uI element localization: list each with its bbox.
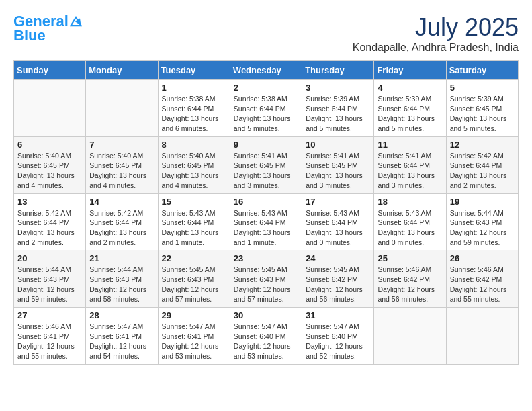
calendar-week-2: 6Sunrise: 5:40 AM Sunset: 6:45 PM Daylig…: [14, 136, 519, 193]
calendar-cell: 6Sunrise: 5:40 AM Sunset: 6:45 PM Daylig…: [14, 136, 86, 193]
calendar-cell: 8Sunrise: 5:40 AM Sunset: 6:45 PM Daylig…: [158, 136, 230, 193]
day-info: Sunrise: 5:46 AM Sunset: 6:41 PM Dayligh…: [17, 322, 82, 361]
day-number: 17: [306, 197, 370, 207]
day-info: Sunrise: 5:38 AM Sunset: 6:44 PM Dayligh…: [234, 94, 298, 134]
day-number: 26: [450, 253, 515, 263]
calendar-week-1: 1Sunrise: 5:38 AM Sunset: 6:44 PM Daylig…: [14, 80, 519, 137]
calendar-cell: [374, 308, 446, 365]
calendar-cell: 31Sunrise: 5:47 AM Sunset: 6:40 PM Dayli…: [302, 308, 374, 365]
day-info: Sunrise: 5:46 AM Sunset: 6:42 PM Dayligh…: [378, 265, 442, 304]
day-number: 8: [162, 140, 226, 150]
weekday-header-saturday: Saturday: [446, 61, 518, 80]
day-info: Sunrise: 5:41 AM Sunset: 6:44 PM Dayligh…: [378, 151, 442, 191]
day-info: Sunrise: 5:47 AM Sunset: 6:41 PM Dayligh…: [162, 322, 226, 361]
day-number: 7: [89, 140, 154, 150]
calendar-cell: 15Sunrise: 5:43 AM Sunset: 6:44 PM Dayli…: [158, 193, 230, 250]
day-number: 24: [306, 253, 370, 263]
day-info: Sunrise: 5:41 AM Sunset: 6:45 PM Dayligh…: [306, 151, 370, 191]
day-info: Sunrise: 5:45 AM Sunset: 6:42 PM Dayligh…: [306, 265, 370, 304]
weekday-header-friday: Friday: [374, 61, 446, 80]
day-number: 11: [378, 140, 442, 150]
day-number: 9: [234, 140, 298, 150]
weekday-header-tuesday: Tuesday: [158, 61, 230, 80]
day-number: 19: [450, 197, 515, 207]
day-info: Sunrise: 5:40 AM Sunset: 6:45 PM Dayligh…: [17, 151, 82, 191]
day-number: 23: [234, 253, 298, 263]
calendar-cell: [14, 80, 86, 137]
month-title: July 2025: [353, 13, 519, 42]
calendar-cell: 16Sunrise: 5:43 AM Sunset: 6:44 PM Dayli…: [230, 193, 302, 250]
calendar-cell: 12Sunrise: 5:42 AM Sunset: 6:44 PM Dayli…: [446, 136, 518, 193]
day-number: 27: [17, 310, 82, 320]
day-info: Sunrise: 5:47 AM Sunset: 6:40 PM Dayligh…: [234, 322, 298, 361]
weekday-header-thursday: Thursday: [302, 61, 374, 80]
day-number: 1: [162, 83, 226, 93]
day-info: Sunrise: 5:44 AM Sunset: 6:43 PM Dayligh…: [17, 265, 82, 304]
day-info: Sunrise: 5:43 AM Sunset: 6:44 PM Dayligh…: [378, 208, 442, 248]
day-info: Sunrise: 5:43 AM Sunset: 6:44 PM Dayligh…: [234, 208, 298, 248]
day-info: Sunrise: 5:47 AM Sunset: 6:41 PM Dayligh…: [89, 322, 154, 361]
day-info: Sunrise: 5:44 AM Sunset: 6:43 PM Dayligh…: [450, 208, 515, 248]
day-number: 13: [17, 197, 82, 207]
weekday-header-monday: Monday: [86, 61, 158, 80]
day-info: Sunrise: 5:42 AM Sunset: 6:44 PM Dayligh…: [17, 208, 82, 248]
calendar-cell: 23Sunrise: 5:45 AM Sunset: 6:43 PM Dayli…: [230, 250, 302, 308]
calendar-cell: 3Sunrise: 5:39 AM Sunset: 6:44 PM Daylig…: [302, 80, 374, 137]
day-info: Sunrise: 5:45 AM Sunset: 6:43 PM Dayligh…: [234, 265, 298, 304]
day-number: 5: [450, 83, 515, 93]
calendar-cell: 5Sunrise: 5:39 AM Sunset: 6:45 PM Daylig…: [446, 80, 518, 137]
calendar-cell: 28Sunrise: 5:47 AM Sunset: 6:41 PM Dayli…: [86, 308, 158, 365]
day-number: 4: [378, 83, 442, 93]
calendar-cell: 24Sunrise: 5:45 AM Sunset: 6:42 PM Dayli…: [302, 250, 374, 308]
calendar-table: SundayMondayTuesdayWednesdayThursdayFrid…: [13, 60, 519, 365]
title-block: July 2025 Kondapalle, Andhra Pradesh, In…: [353, 13, 519, 54]
day-number: 12: [450, 140, 515, 150]
day-info: Sunrise: 5:39 AM Sunset: 6:44 PM Dayligh…: [306, 94, 370, 134]
calendar-cell: 7Sunrise: 5:40 AM Sunset: 6:45 PM Daylig…: [86, 136, 158, 193]
day-number: 28: [89, 310, 154, 320]
day-info: Sunrise: 5:38 AM Sunset: 6:44 PM Dayligh…: [162, 94, 226, 134]
calendar-cell: [446, 308, 518, 365]
day-number: 21: [89, 253, 154, 263]
day-number: 20: [17, 253, 82, 263]
calendar-week-5: 27Sunrise: 5:46 AM Sunset: 6:41 PM Dayli…: [14, 308, 519, 365]
calendar-cell: 13Sunrise: 5:42 AM Sunset: 6:44 PM Dayli…: [14, 193, 86, 250]
calendar-cell: 4Sunrise: 5:39 AM Sunset: 6:44 PM Daylig…: [374, 80, 446, 137]
calendar-cell: 25Sunrise: 5:46 AM Sunset: 6:42 PM Dayli…: [374, 250, 446, 308]
calendar-cell: 20Sunrise: 5:44 AM Sunset: 6:43 PM Dayli…: [14, 250, 86, 308]
day-number: 25: [378, 253, 442, 263]
calendar-cell: 30Sunrise: 5:47 AM Sunset: 6:40 PM Dayli…: [230, 308, 302, 365]
day-info: Sunrise: 5:39 AM Sunset: 6:45 PM Dayligh…: [450, 94, 515, 134]
day-number: 30: [234, 310, 298, 320]
page-header: General Blue July 2025 Kondapalle, Andhr…: [13, 13, 519, 54]
day-number: 2: [234, 83, 298, 93]
day-number: 18: [378, 197, 442, 207]
day-info: Sunrise: 5:40 AM Sunset: 6:45 PM Dayligh…: [162, 151, 226, 191]
day-info: Sunrise: 5:43 AM Sunset: 6:44 PM Dayligh…: [162, 208, 226, 248]
day-number: 14: [89, 197, 154, 207]
day-info: Sunrise: 5:40 AM Sunset: 6:45 PM Dayligh…: [89, 151, 154, 191]
day-info: Sunrise: 5:45 AM Sunset: 6:43 PM Dayligh…: [162, 265, 226, 304]
calendar-week-3: 13Sunrise: 5:42 AM Sunset: 6:44 PM Dayli…: [14, 193, 519, 250]
logo-icon: [70, 15, 82, 28]
day-number: 29: [162, 310, 226, 320]
calendar-cell: 11Sunrise: 5:41 AM Sunset: 6:44 PM Dayli…: [374, 136, 446, 193]
day-info: Sunrise: 5:43 AM Sunset: 6:44 PM Dayligh…: [306, 208, 370, 248]
day-number: 16: [234, 197, 298, 207]
weekday-header-sunday: Sunday: [14, 61, 86, 80]
location: Kondapalle, Andhra Pradesh, India: [353, 42, 519, 54]
calendar-cell: 27Sunrise: 5:46 AM Sunset: 6:41 PM Dayli…: [14, 308, 86, 365]
calendar-cell: 17Sunrise: 5:43 AM Sunset: 6:44 PM Dayli…: [302, 193, 374, 250]
day-info: Sunrise: 5:39 AM Sunset: 6:44 PM Dayligh…: [378, 94, 442, 134]
day-info: Sunrise: 5:42 AM Sunset: 6:44 PM Dayligh…: [450, 151, 515, 191]
day-number: 31: [306, 310, 370, 320]
calendar-cell: 19Sunrise: 5:44 AM Sunset: 6:43 PM Dayli…: [446, 193, 518, 250]
weekday-header-wednesday: Wednesday: [230, 61, 302, 80]
calendar-cell: 14Sunrise: 5:42 AM Sunset: 6:44 PM Dayli…: [86, 193, 158, 250]
calendar-cell: 21Sunrise: 5:44 AM Sunset: 6:43 PM Dayli…: [86, 250, 158, 308]
calendar-header-row: SundayMondayTuesdayWednesdayThursdayFrid…: [14, 61, 519, 80]
day-number: 10: [306, 140, 370, 150]
calendar-cell: 2Sunrise: 5:38 AM Sunset: 6:44 PM Daylig…: [230, 80, 302, 137]
calendar-week-4: 20Sunrise: 5:44 AM Sunset: 6:43 PM Dayli…: [14, 250, 519, 308]
logo: General Blue: [13, 13, 82, 44]
